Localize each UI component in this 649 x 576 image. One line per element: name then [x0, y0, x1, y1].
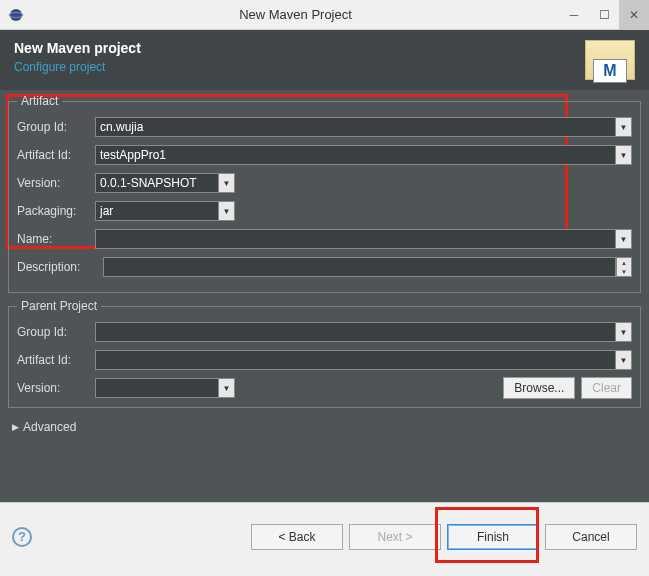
description-scroll[interactable]: ▲▼ — [616, 257, 632, 277]
chevron-down-icon[interactable]: ▼ — [615, 323, 631, 341]
packaging-label: Packaging: — [17, 204, 95, 218]
advanced-toggle[interactable]: ▶ Advanced — [8, 414, 641, 440]
next-button[interactable]: Next > — [349, 524, 441, 550]
help-icon[interactable]: ? — [12, 527, 32, 547]
maximize-button[interactable]: ☐ — [589, 0, 619, 30]
svg-point-0 — [10, 9, 22, 21]
parent-version-combo[interactable]: ▼ — [95, 378, 235, 398]
groupid-combo[interactable]: cn.wujia ▼ — [95, 117, 632, 137]
parent-artifactid-label: Artifact Id: — [17, 353, 95, 367]
name-label: Name: — [17, 232, 95, 246]
name-value — [96, 230, 615, 248]
description-label: Description: — [17, 260, 103, 274]
parent-legend: Parent Project — [17, 299, 101, 313]
clear-button[interactable]: Clear — [581, 377, 632, 399]
dialog-footer: ? < Back Next > Finish Cancel — [0, 502, 649, 570]
packaging-value: jar — [96, 202, 218, 220]
cancel-button[interactable]: Cancel — [545, 524, 637, 550]
dialog-header: New Maven project Configure project M — [0, 30, 649, 90]
groupid-value: cn.wujia — [96, 118, 615, 136]
finish-button[interactable]: Finish — [447, 524, 539, 550]
window-title: New Maven Project — [32, 7, 559, 22]
artifactid-label: Artifact Id: — [17, 148, 95, 162]
chevron-down-icon[interactable]: ▼ — [218, 202, 234, 220]
window-controls: ─ ☐ ✕ — [559, 0, 649, 30]
packaging-combo[interactable]: jar ▼ — [95, 201, 235, 221]
version-combo[interactable]: 0.0.1-SNAPSHOT ▼ — [95, 173, 235, 193]
titlebar: New Maven Project ─ ☐ ✕ — [0, 0, 649, 30]
parent-version-label: Version: — [17, 381, 95, 395]
name-combo[interactable]: ▼ — [95, 229, 632, 249]
maven-project-icon: M — [585, 40, 635, 80]
description-field[interactable] — [103, 257, 616, 277]
version-label: Version: — [17, 176, 95, 190]
eclipse-icon — [8, 7, 24, 23]
parent-groupid-value — [96, 323, 615, 341]
chevron-down-icon[interactable]: ▼ — [218, 379, 234, 397]
dialog-body: Artifact Group Id: cn.wujia ▼ Artifact I… — [0, 90, 649, 502]
minimize-button[interactable]: ─ — [559, 0, 589, 30]
artifact-group: Artifact Group Id: cn.wujia ▼ Artifact I… — [8, 94, 641, 293]
chevron-down-icon[interactable]: ▼ — [615, 146, 631, 164]
chevron-down-icon[interactable]: ▼ — [218, 174, 234, 192]
artifactid-value: testAppPro1 — [96, 146, 615, 164]
advanced-label: Advanced — [23, 420, 76, 434]
chevron-down-icon[interactable]: ▼ — [615, 118, 631, 136]
back-button[interactable]: < Back — [251, 524, 343, 550]
triangle-right-icon: ▶ — [12, 422, 19, 432]
chevron-down-icon[interactable]: ▼ — [615, 230, 631, 248]
artifactid-combo[interactable]: testAppPro1 ▼ — [95, 145, 632, 165]
groupid-label: Group Id: — [17, 120, 95, 134]
dialog-title: New Maven project — [14, 40, 141, 56]
close-button[interactable]: ✕ — [619, 0, 649, 30]
browse-button[interactable]: Browse... — [503, 377, 575, 399]
parent-version-value — [96, 379, 218, 397]
parent-groupid-label: Group Id: — [17, 325, 95, 339]
dialog-subtitle: Configure project — [14, 60, 141, 74]
parent-groupid-combo[interactable]: ▼ — [95, 322, 632, 342]
parent-project-group: Parent Project Group Id: ▼ Artifact Id: … — [8, 299, 641, 408]
artifact-legend: Artifact — [17, 94, 62, 108]
parent-artifactid-value — [96, 351, 615, 369]
parent-artifactid-combo[interactable]: ▼ — [95, 350, 632, 370]
version-value: 0.0.1-SNAPSHOT — [96, 174, 218, 192]
chevron-down-icon[interactable]: ▼ — [615, 351, 631, 369]
